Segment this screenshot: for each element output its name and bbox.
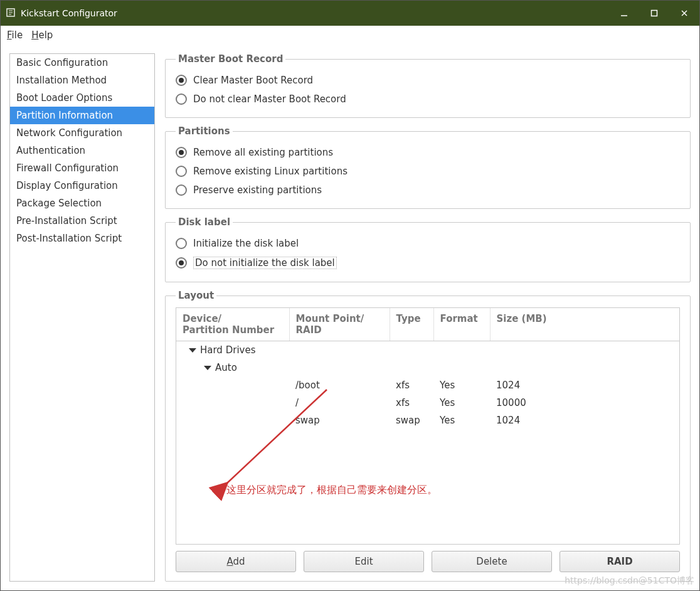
- add-button[interactable]: Add: [176, 551, 296, 572]
- chevron-down-icon[interactable]: [204, 366, 211, 370]
- close-button[interactable]: [669, 1, 699, 26]
- app-icon: [6, 8, 16, 19]
- table-row[interactable]: /boot xfs Yes 1024: [176, 376, 679, 394]
- radio-part-removeall-row[interactable]: Remove all existing partitions: [176, 143, 680, 162]
- menu-file[interactable]: File: [7, 29, 23, 41]
- sidebar-item-partition[interactable]: Partition Information: [10, 107, 154, 124]
- app-window: Kickstart Configurator File Help Basic C…: [0, 0, 700, 591]
- menubar: File Help: [1, 26, 699, 45]
- svg-rect-2: [652, 11, 657, 16]
- sidebar-item-network[interactable]: Network Configuration: [10, 124, 154, 142]
- menu-help[interactable]: Help: [31, 29, 53, 41]
- radio-mbr-clear[interactable]: [176, 75, 187, 86]
- layout-table: Device/ Partition Number Mount Point/ RA…: [176, 308, 679, 429]
- titlebar: Kickstart Configurator: [1, 1, 699, 26]
- th-mount[interactable]: Mount Point/ RAID: [289, 308, 390, 341]
- sidebar: Basic Configuration Installation Method …: [9, 53, 155, 582]
- radio-part-removelinux[interactable]: [176, 166, 187, 177]
- legend-layout: Layout: [176, 290, 216, 301]
- radio-mbr-keep-row[interactable]: Do not clear Master Boot Record: [176, 90, 680, 109]
- radio-mbr-clear-row[interactable]: Clear Master Boot Record: [176, 71, 680, 90]
- group-partitions: Partitions Remove all existing partition…: [165, 125, 691, 209]
- radio-part-preserve-label: Preserve existing partitions: [193, 184, 322, 196]
- radio-disk-noinit[interactable]: [176, 257, 187, 269]
- radio-part-removelinux-row[interactable]: Remove existing Linux partitions: [176, 162, 680, 181]
- table-row[interactable]: / xfs Yes 10000: [176, 394, 679, 412]
- sidebar-item-auth[interactable]: Authentication: [10, 142, 154, 159]
- sidebar-item-boot[interactable]: Boot Loader Options: [10, 89, 154, 107]
- maximize-button[interactable]: [639, 1, 669, 26]
- radio-mbr-keep-label: Do not clear Master Boot Record: [193, 93, 346, 105]
- sidebar-item-pre[interactable]: Pre-Installation Script: [10, 212, 154, 230]
- th-format[interactable]: Format: [433, 308, 490, 341]
- radio-disk-init-row[interactable]: Initialize the disk label: [176, 234, 680, 253]
- radio-mbr-clear-label: Clear Master Boot Record: [193, 75, 313, 86]
- main-panel: Master Boot Record Clear Master Boot Rec…: [155, 53, 691, 582]
- radio-disk-noinit-row[interactable]: Do not initialize the disk label: [176, 253, 680, 273]
- radio-disk-init[interactable]: [176, 238, 187, 249]
- sidebar-item-basic[interactable]: Basic Configuration: [10, 54, 154, 72]
- sidebar-item-package[interactable]: Package Selection: [10, 194, 154, 212]
- legend-disklabel: Disk label: [176, 216, 233, 228]
- titlebar-left: Kickstart Configurator: [1, 8, 117, 19]
- minimize-button[interactable]: [609, 1, 639, 26]
- tree-row-harddrives[interactable]: Hard Drives: [176, 341, 679, 359]
- radio-disk-init-label: Initialize the disk label: [193, 238, 299, 249]
- th-device[interactable]: Device/ Partition Number: [176, 308, 289, 341]
- annotation-text: 这里分区就完成了，根据自己需要来创建分区。: [226, 484, 437, 497]
- radio-part-removeall[interactable]: [176, 147, 187, 158]
- group-disklabel: Disk label Initialize the disk label Do …: [165, 216, 691, 282]
- radio-part-removeall-label: Remove all existing partitions: [193, 147, 333, 158]
- table-header-row: Device/ Partition Number Mount Point/ RA…: [176, 308, 679, 341]
- window-controls: [609, 1, 699, 26]
- group-mbr: Master Boot Record Clear Master Boot Rec…: [165, 53, 691, 118]
- group-layout: Layout Device/ Partition Number Mount Po…: [165, 290, 691, 582]
- raid-button[interactable]: RAID: [559, 551, 680, 572]
- delete-button[interactable]: Delete: [432, 551, 552, 572]
- radio-part-preserve-row[interactable]: Preserve existing partitions: [176, 181, 680, 200]
- legend-mbr: Master Boot Record: [176, 53, 285, 65]
- sidebar-item-firewall[interactable]: Firewall Configuration: [10, 159, 154, 177]
- layout-table-wrap: Device/ Partition Number Mount Point/ RA…: [176, 307, 680, 545]
- layout-buttons: Add Edit Delete RAID: [176, 551, 680, 572]
- tree-row-auto[interactable]: Auto: [176, 359, 679, 376]
- sidebar-item-display[interactable]: Display Configuration: [10, 177, 154, 194]
- table-row[interactable]: swap swap Yes 1024: [176, 412, 679, 429]
- radio-part-removelinux-label: Remove existing Linux partitions: [193, 166, 347, 177]
- radio-mbr-keep[interactable]: [176, 93, 187, 105]
- sidebar-item-post[interactable]: Post-Installation Script: [10, 230, 154, 247]
- window-title: Kickstart Configurator: [21, 8, 117, 18]
- edit-button[interactable]: Edit: [304, 551, 424, 572]
- sidebar-item-install[interactable]: Installation Method: [10, 72, 154, 89]
- legend-partitions: Partitions: [176, 125, 233, 137]
- content: Basic Configuration Installation Method …: [1, 45, 699, 590]
- radio-disk-noinit-label: Do not initialize the disk label: [193, 257, 337, 269]
- th-size[interactable]: Size (MB): [490, 308, 679, 341]
- chevron-down-icon[interactable]: [189, 348, 196, 353]
- th-type[interactable]: Type: [390, 308, 433, 341]
- radio-part-preserve[interactable]: [176, 184, 187, 196]
